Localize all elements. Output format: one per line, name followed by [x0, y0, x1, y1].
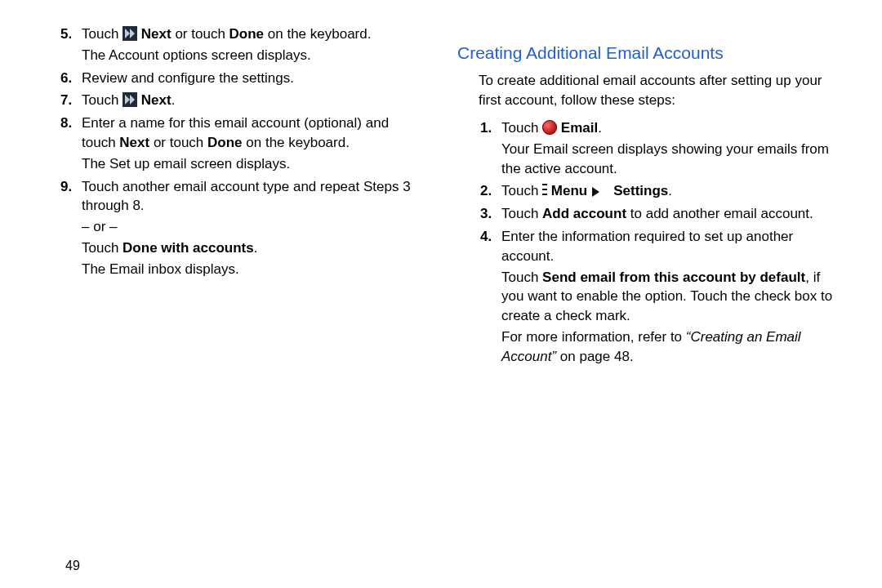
step-body: Enter a name for this email account (opt… [82, 114, 425, 153]
step-body: Touch MenuSettings. [501, 181, 844, 201]
bold-text: Settings [613, 183, 668, 198]
menu-icon [542, 181, 547, 198]
step-body: Touch Next or touch Done on the keyboard… [82, 24, 425, 44]
step-body: Touch Email. [501, 118, 844, 138]
step-number: 4. [480, 227, 492, 247]
right-steps-list: 1.Touch Email.Your Email screen displays… [480, 118, 844, 367]
step-item: 1.Touch Email.Your Email screen displays… [480, 118, 844, 178]
bold-text: Next [119, 135, 149, 150]
step-number: 9. [60, 177, 72, 197]
step-body: Enter the information required to set up… [501, 227, 844, 266]
step-item: 7.Touch Next. [60, 91, 425, 110]
step-subtext: Touch Send email from this account by de… [501, 268, 844, 326]
bold-text: Email [561, 120, 598, 136]
bold-text: Next [141, 92, 172, 108]
step-number: 3. [480, 204, 492, 224]
step-number: 1. [480, 118, 492, 138]
page-number: 49 [65, 557, 80, 575]
step-item: 2.Touch MenuSettings. [480, 181, 844, 201]
section-heading: Creating Additional Email Accounts [457, 41, 844, 65]
step-subtext: The Email inbox displays. [82, 260, 425, 279]
bold-text: Add account [542, 206, 626, 221]
bold-text: Done [229, 26, 265, 42]
bold-text: Next [141, 26, 172, 42]
step-subtext: The Account options screen displays. [82, 46, 425, 65]
step-number: 7. [60, 91, 72, 110]
step-item: 8.Enter a name for this email account (o… [60, 114, 425, 173]
bold-text: Menu [551, 183, 587, 198]
step-body: Touch Add account to add another email a… [501, 204, 844, 224]
bold-text: Done with accounts [122, 240, 254, 256]
step-subtext: Touch Done with accounts. [82, 238, 425, 258]
step-number: 5. [60, 24, 72, 44]
next-icon [122, 26, 137, 41]
step-item: 5.Touch Next or touch Done on the keyboa… [60, 24, 425, 65]
step-body: Review and configure the settings. [82, 69, 425, 88]
step-item: 6.Review and configure the settings. [60, 69, 425, 88]
arrow-icon [592, 187, 608, 197]
step-body: Touch Next. [82, 91, 425, 110]
step-subtext: For more information, refer to “Creating… [501, 327, 844, 367]
step-number: 8. [60, 114, 72, 133]
step-subtext: The Set up email screen displays. [82, 154, 425, 174]
right-column: Creating Additional Email Accounts To cr… [448, 24, 844, 580]
left-column: 5.Touch Next or touch Done on the keyboa… [38, 24, 448, 580]
bold-text: Send email from this account by default [542, 270, 805, 285]
section-intro: To create additional email accounts afte… [479, 71, 844, 110]
step-item: 4.Enter the information required to set … [480, 227, 844, 367]
step-subtext: Your Email screen displays showing your … [501, 140, 844, 179]
step-body: Touch another email account type and rep… [82, 177, 425, 216]
bold-text: Done [207, 135, 243, 150]
manual-page: 5.Touch Next or touch Done on the keyboa… [0, 0, 882, 588]
step-item: 3.Touch Add account to add another email… [480, 204, 844, 224]
next-icon [122, 92, 137, 107]
step-number: 6. [60, 69, 72, 88]
step-number: 2. [480, 181, 492, 201]
left-steps-list: 5.Touch Next or touch Done on the keyboa… [60, 24, 425, 279]
email-icon [542, 120, 557, 135]
step-subtext: – or – [82, 217, 425, 237]
italic-text: “Creating an Email Account” [501, 329, 801, 364]
step-item: 9.Touch another email account type and r… [60, 177, 425, 279]
